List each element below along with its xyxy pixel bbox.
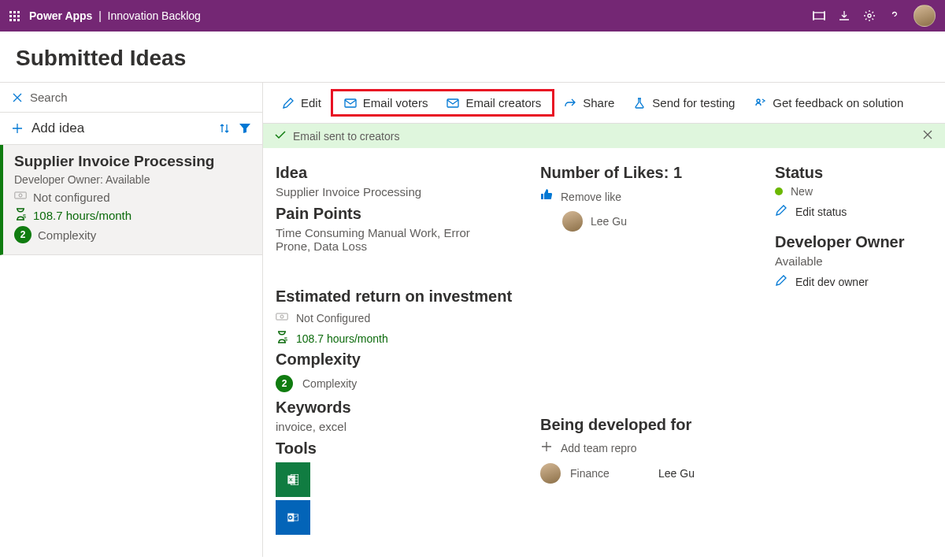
send-testing-label: Send for testing	[652, 96, 735, 109]
search-row	[0, 83, 262, 113]
svg-rect-2	[15, 192, 26, 198]
not-configured-label: Not configured	[33, 191, 110, 204]
liker-name: Lee Gu	[591, 215, 627, 228]
complexity-badge: 2	[14, 226, 32, 243]
idea-card[interactable]: Supplier Invoice Processing Developer Ow…	[0, 145, 262, 255]
roi-not-configured-row: Not Configured	[276, 310, 526, 326]
svg-rect-6	[447, 99, 458, 107]
add-idea-button[interactable]: Add idea	[11, 121, 84, 136]
email-voters-button[interactable]: Email voters	[335, 93, 438, 113]
svg-point-9	[280, 315, 284, 318]
top-bar-left: Power Apps | Innovation Backlog	[9, 9, 201, 22]
waffle-icon[interactable]	[9, 11, 20, 21]
close-icon[interactable]	[921, 128, 934, 143]
outlook-icon[interactable]	[276, 500, 310, 535]
email-creators-button[interactable]: Email creators	[437, 93, 550, 113]
remove-like-row[interactable]: Remove like	[540, 188, 761, 205]
share-button[interactable]: Share	[554, 93, 624, 113]
roi-hours-label: 108.7 hours/month	[296, 332, 388, 345]
edit-status-button[interactable]: Edit status	[775, 204, 932, 219]
idea-card-complexity-row: 2 Complexity	[14, 226, 251, 243]
edit-status-label: Edit status	[795, 206, 847, 218]
idea-value: Supplier Invoice Processing	[276, 185, 526, 198]
svg-text:$: $	[284, 336, 287, 342]
highlighted-actions: Email voters Email creators	[331, 89, 554, 117]
pencil-icon	[775, 274, 788, 289]
status-heading: Status	[775, 164, 932, 182]
complexity-label: Complexity	[302, 377, 357, 390]
liker-row: Lee Gu	[540, 211, 761, 232]
help-icon[interactable]	[888, 9, 901, 22]
complexity-label: Complexity	[38, 228, 96, 242]
idea-card-owner: Developer Owner: Available	[14, 173, 251, 186]
detail-panel: Edit Email voters Email creators Share S…	[263, 83, 945, 557]
detail-col-center: Number of Likes: 1 Remove like Lee Gu Be…	[540, 159, 761, 535]
pencil-icon	[775, 204, 788, 219]
edit-button[interactable]: Edit	[272, 93, 331, 113]
gear-icon[interactable]	[863, 9, 876, 22]
detail-col-right: Status New Edit status Developer Owner A…	[775, 159, 932, 535]
app-title-group: Power Apps | Innovation Backlog	[29, 9, 201, 22]
roi-hours-row: $ 108.7 hours/month	[276, 331, 526, 346]
detail-body: Idea Supplier Invoice Processing Pain Po…	[263, 148, 945, 546]
pencil-icon	[282, 97, 295, 109]
page-title: Submitted Ideas	[0, 32, 945, 82]
roi-not-configured-label: Not Configured	[296, 312, 370, 325]
app-name: Innovation Backlog	[108, 9, 201, 22]
email-creators-label: Email creators	[465, 96, 541, 109]
idea-card-hours-row: $ 108.7 hours/month	[14, 208, 251, 223]
hourglass-icon: $	[14, 208, 27, 223]
team-name: Finance	[570, 467, 649, 480]
top-bar-right	[813, 5, 936, 27]
status-bar: Email sent to creators	[263, 124, 945, 148]
remove-like-label: Remove like	[561, 191, 621, 203]
user-avatar-small	[562, 211, 583, 232]
edit-dev-owner-button[interactable]: Edit dev owner	[775, 274, 932, 289]
search-input[interactable]	[30, 91, 251, 104]
download-icon[interactable]	[838, 9, 850, 22]
share-icon	[564, 97, 576, 109]
developed-for-heading: Being developed for	[540, 416, 761, 434]
svg-rect-0	[813, 13, 825, 19]
status-dot-icon	[775, 187, 783, 195]
edit-dev-owner-label: Edit dev owner	[795, 276, 869, 288]
status-message: Email sent to creators	[293, 130, 399, 143]
complexity-heading: Complexity	[276, 350, 526, 369]
keywords-heading: Keywords	[276, 399, 526, 417]
status-bar-left: Email sent to creators	[274, 128, 399, 143]
svg-rect-8	[276, 313, 287, 320]
get-feedback-button[interactable]: Get feedback on solution	[744, 93, 913, 113]
get-feedback-label: Get feedback on solution	[773, 96, 903, 109]
main-layout: Add idea Supplier Invoice Processing Dev…	[0, 82, 945, 557]
painpoints-heading: Pain Points	[276, 205, 526, 223]
user-avatar[interactable]	[914, 5, 936, 27]
send-for-testing-button[interactable]: Send for testing	[624, 93, 744, 113]
dev-owner-value: Available	[775, 254, 932, 268]
add-team-label: Add team repro	[561, 442, 637, 454]
idea-heading: Idea	[276, 164, 526, 182]
search-input-wrap[interactable]	[11, 91, 251, 104]
fit-screen-icon[interactable]	[813, 9, 825, 22]
filter-icon[interactable]	[239, 122, 251, 135]
idea-card-title: Supplier Invoice Processing	[14, 153, 251, 170]
detail-col-left: Idea Supplier Invoice Processing Pain Po…	[276, 159, 526, 535]
check-icon	[274, 128, 287, 143]
mail-icon	[447, 97, 459, 109]
share-label: Share	[583, 96, 614, 109]
keywords-value: invoice, excel	[276, 420, 526, 433]
plus-icon	[540, 440, 553, 455]
idea-card-not-configured-row: Not configured	[14, 189, 251, 205]
excel-icon[interactable]: X	[276, 462, 310, 497]
sort-icon[interactable]	[218, 122, 231, 135]
team-user: Lee Gu	[658, 467, 695, 480]
complexity-row: 2 Complexity	[276, 375, 526, 392]
tool-icons: X	[276, 462, 526, 535]
app-brand: Power Apps	[29, 9, 92, 22]
team-row: Finance Lee Gu	[540, 463, 761, 484]
complexity-badge: 2	[276, 375, 293, 392]
hours-label: 108.7 hours/month	[33, 209, 132, 222]
clear-search-icon[interactable]	[11, 91, 24, 104]
add-team-button[interactable]: Add team repro	[540, 440, 761, 455]
add-idea-actions	[218, 122, 251, 135]
thumbs-up-icon	[540, 188, 553, 205]
